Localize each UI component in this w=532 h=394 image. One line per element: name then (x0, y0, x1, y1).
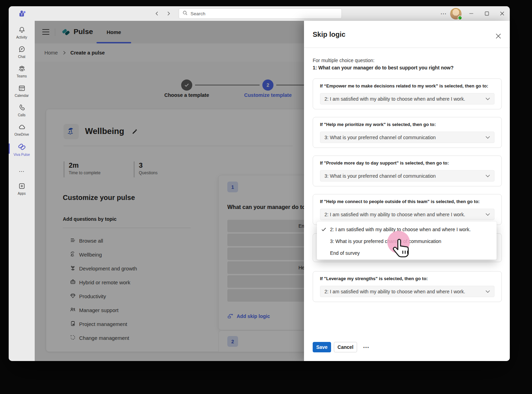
chevron-down-icon (485, 175, 490, 177)
productivity-icon (70, 293, 76, 300)
chevron-down-icon (485, 98, 490, 100)
chat-icon (18, 45, 26, 53)
topic-wellbeing[interactable]: Wellbeing (63, 248, 192, 261)
stepper-line (195, 85, 260, 85)
topic-browse-all[interactable]: Browse all (63, 234, 192, 248)
go-to-dropdown[interactable]: 3: What is your preferred channel of com… (320, 170, 495, 182)
edit-pencil-icon[interactable] (132, 128, 138, 136)
minimize-button[interactable] (467, 9, 476, 18)
more-dots-icon: ⋯ (19, 168, 25, 175)
panel-more-button[interactable]: ⋯ (360, 342, 373, 352)
project-management-icon (70, 320, 76, 328)
go-to-dropdown-open[interactable]: 2: I am satisfied with my ability to cho… (320, 209, 495, 220)
forward-button[interactable] (165, 10, 172, 17)
question-text: What can your manager do to (227, 204, 305, 210)
rail-item-activity[interactable]: Activity (9, 26, 35, 39)
viva-pulse-icon (17, 142, 26, 151)
topic-development-growth[interactable]: Development and growth (63, 261, 192, 275)
status-available-icon: ✓ (458, 16, 462, 20)
stat-time-to-complete: 2m Time to complete (64, 161, 101, 177)
rail-item-viva-pulse[interactable]: Viva Pulse (9, 142, 35, 157)
chevron-down-icon (485, 136, 490, 139)
checkmark-icon (321, 227, 326, 233)
skip-rule-card: If "Provide more day to day support" is … (313, 156, 502, 186)
pulse-logo-icon (61, 27, 71, 37)
hamburger-menu-icon[interactable] (42, 29, 50, 35)
app-rail: Activity Chat Teams Calendar Calls OneDr… (9, 21, 35, 361)
panel-question: 1: What can your manager do to best supp… (313, 65, 454, 70)
step-2-circle: 2 (262, 79, 273, 91)
manager-support-icon (70, 307, 76, 314)
add-skip-logic-link[interactable]: Add skip logic (227, 312, 270, 320)
browse-all-icon (70, 237, 76, 244)
cancel-button[interactable]: Cancel (334, 342, 357, 352)
bell-icon (18, 26, 26, 34)
rail-item-onedrive[interactable]: OneDrive (9, 123, 35, 136)
divider (304, 48, 510, 48)
active-indicator (9, 143, 10, 154)
chevron-right-icon (62, 51, 66, 55)
step-1-label[interactable]: Choose a template (152, 92, 221, 98)
skip-logic-panel: Skip logic For multiple choice question:… (304, 21, 510, 361)
topic-manager-support[interactable]: Manager support (63, 303, 192, 317)
chevron-down-icon (485, 213, 490, 216)
rail-item-calls[interactable]: Calls (9, 103, 35, 117)
svg-text:T: T (21, 13, 23, 16)
step-2-label: Customize template (233, 92, 303, 98)
close-icon[interactable] (494, 32, 503, 41)
skip-rule-card: If "Help me connect to people outside of… (313, 194, 502, 225)
breadcrumb-current: Create a pulse (70, 50, 105, 56)
growth-icon (70, 265, 76, 272)
tab-home[interactable]: Home (96, 21, 131, 43)
close-window-button[interactable] (498, 9, 507, 18)
topic-project-management[interactable]: Project management (63, 317, 192, 331)
panel-title: Skip logic (313, 31, 345, 39)
divider (64, 146, 293, 146)
wellbeing-template-icon (64, 124, 79, 139)
cloud-icon (18, 123, 26, 131)
wellbeing-icon (70, 251, 76, 258)
change-management-icon (70, 334, 76, 342)
rail-item-chat[interactable]: Chat (9, 45, 35, 59)
breadcrumb-home-link[interactable]: Home (44, 50, 58, 56)
rail-more-button[interactable]: ⋯ (9, 168, 35, 175)
topic-change-management[interactable]: Change management (63, 331, 192, 345)
rail-item-teams[interactable]: Teams (9, 65, 35, 78)
skip-logic-icon (227, 312, 234, 320)
skip-rule-card: If “Empower me to make decisions related… (313, 78, 502, 109)
go-to-dropdown[interactable]: 2: I am satisfied with my ability to cho… (320, 286, 495, 297)
back-button[interactable] (153, 10, 161, 17)
search-icon (183, 10, 188, 17)
go-to-dropdown[interactable]: 3: What is your preferred channel of com… (320, 132, 495, 143)
topic-hybrid-remote-work[interactable]: Hybrid or remote work (63, 275, 192, 289)
titlebar-more-button[interactable]: ⋯ (439, 9, 448, 18)
avatar[interactable]: ✓ (450, 8, 462, 19)
rail-item-calendar[interactable]: Calendar (9, 84, 35, 98)
search-box[interactable] (179, 8, 342, 19)
skip-rule-card: If "Leverage my strengths" is selected, … (313, 271, 502, 302)
teams-window: T ⋯ ✓ Activity (9, 6, 510, 361)
teams-logo-icon: T (18, 9, 27, 18)
app-title: Pulse (74, 27, 93, 36)
title-bar: T ⋯ ✓ (9, 6, 510, 21)
panel-intro: For multiple choice question: (313, 58, 374, 63)
stat-questions: 3 Questions (134, 161, 158, 177)
rail-item-apps[interactable]: Apps (9, 182, 35, 195)
phone-icon (18, 103, 26, 112)
question-number-badge: 1 (227, 182, 238, 192)
teams-people-icon (18, 65, 26, 73)
save-button[interactable]: Save (313, 342, 331, 352)
hand-cursor-icon (391, 238, 411, 260)
skip-rule-card: If "Help me prioritize my work" is selec… (313, 117, 502, 148)
go-to-dropdown[interactable]: 2: I am satisfied with my ability to cho… (320, 93, 495, 104)
hybrid-work-icon (70, 279, 76, 286)
search-input[interactable] (191, 11, 338, 16)
maximize-button[interactable] (482, 9, 491, 18)
apps-plus-icon (18, 182, 26, 190)
template-title: Wellbeing (85, 126, 124, 136)
menu-option-selected[interactable]: 2: I am satisfied with my ability to cho… (317, 224, 497, 235)
step-1-done-icon (181, 79, 192, 91)
add-questions-subheading: Add questions by topic (63, 216, 117, 222)
divider (63, 228, 191, 228)
topic-productivity[interactable]: Productivity (63, 289, 192, 303)
